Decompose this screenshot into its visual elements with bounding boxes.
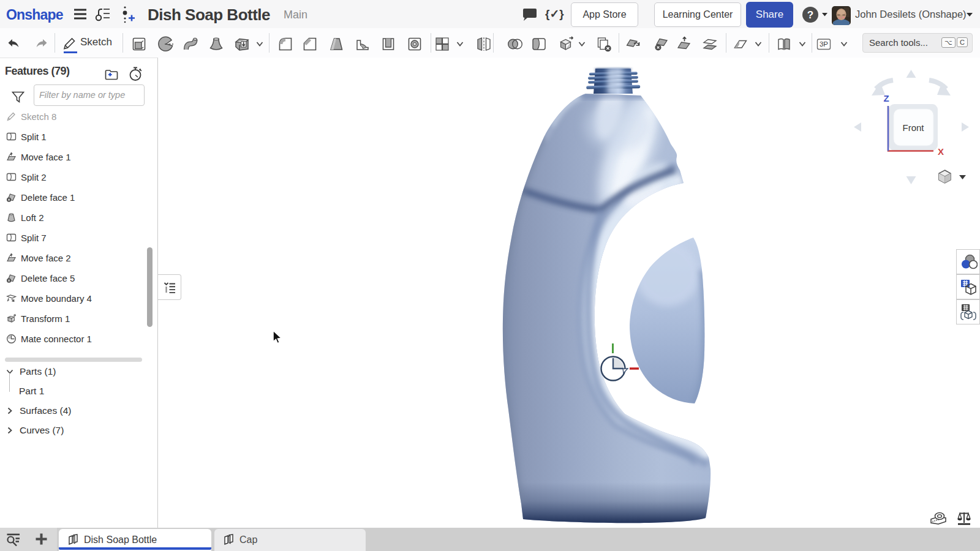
svg-text:X: X [938,146,944,157]
svg-text:?: ? [807,9,813,21]
svg-text:Z: Z [883,93,889,103]
svg-text:Front: Front [902,122,924,133]
svg-text:3P: 3P [820,40,828,48]
